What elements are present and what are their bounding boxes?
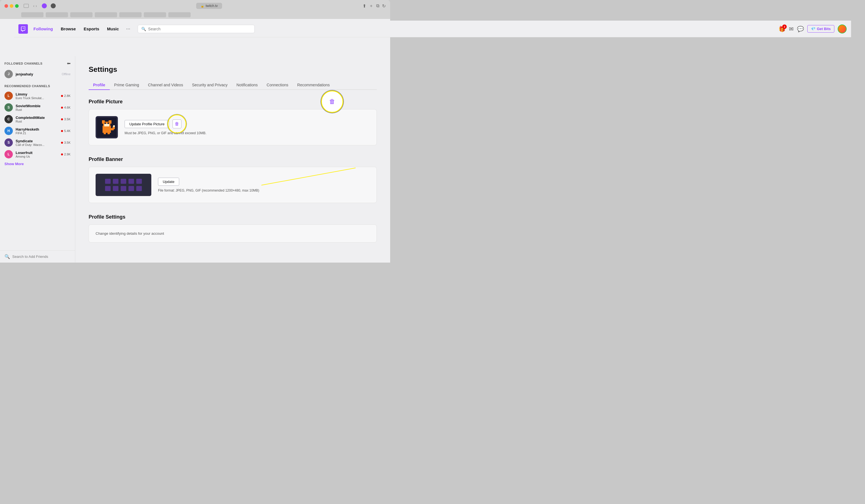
profile-picture-actions: Update Profile Picture 🗑 Must be JPEG, P… [125,119,206,135]
channel-viewers-harryhesketh: 5.4K [61,129,70,132]
channel-info-completeditmate: CompletedItMate Rust [15,116,58,123]
channel-avatar-completeditmate: C [4,115,13,124]
minimize-button[interactable] [10,4,13,8]
channel-info-syndicate: Syndicate Call of Duty: Warzo... [15,139,58,146]
profile-settings-card: Change identifying details for your acco… [89,224,377,243]
rec-channel-syndicate[interactable]: S Syndicate Call of Duty: Warzo... 3.5K [0,137,75,149]
banner-image [95,174,151,196]
tab-prime-gaming[interactable]: Prime Gaming [110,81,143,90]
channel-info-harryhesketh: HarryHesketh FIFA 21 [15,127,58,135]
tab-security-privacy[interactable]: Security and Privacy [187,81,232,90]
rec-channel-loserfruit[interactable]: L Loserfruit Among Us 2.9K [0,149,75,160]
delete-icon-wrapper: 🗑 [173,119,182,128]
new-tab-icon[interactable]: ＋ [369,3,373,9]
svg-rect-7 [107,122,109,124]
nav-search-box[interactable]: 🔍 [138,25,255,33]
annotation-trash-icon: 🗑 [329,98,335,105]
channel-info-loserfruit: Loserfruit Among Us [15,151,58,158]
annotation-large-circle: 🗑 [321,91,343,113]
twitch-logo[interactable] [19,24,28,34]
profile-settings-title: Profile Settings [89,214,377,220]
back-arrow[interactable]: ‹ [33,4,35,8]
tab-connections[interactable]: Connections [262,81,293,90]
nav-following[interactable]: Following [30,24,56,33]
nav-links: Following Browse Esports Music ··· [30,24,133,34]
sidebar-search-friends[interactable]: 🔍 [0,250,75,262]
tab-notifications[interactable]: Notifications [232,81,262,90]
close-button[interactable] [4,4,8,8]
settings-page: Settings Profile Prime Gaming Channel an… [75,56,390,262]
tab-overview-icon[interactable]: ⧉ [376,3,379,8]
banner-actions: Update File format: JPEG, PNG, GIF (reco… [158,178,259,192]
nav-browse[interactable]: Browse [57,24,79,33]
followed-channels-label: FOLLOWED CHANNELS [4,62,42,65]
channel-info-limmy: Limmy Euro Truck Simulat... [15,92,58,100]
nav-arrows: ‹ › [33,4,37,8]
followed-channels-header: FOLLOWED CHANNELS ⬅ [0,61,75,68]
svg-rect-14 [107,134,110,136]
svg-rect-10 [113,125,115,127]
tab-recommendations[interactable]: Recommendations [293,81,334,90]
delete-profile-picture-button[interactable]: 🗑 [173,119,182,128]
tab-profile[interactable]: Profile [89,81,110,90]
profile-settings-description: Change identifying details for your acco… [95,231,370,236]
address-bar: 🔒 twitch.tv [58,3,360,9]
search-friends-input[interactable] [12,255,70,259]
profile-picture-image [95,116,118,138]
channel-viewers-syndicate: 3.5K [61,141,70,144]
nav-esports[interactable]: Esports [80,24,103,33]
channel-avatar-sovietwomble: S [4,103,13,112]
show-more-button[interactable]: Show More [0,160,75,168]
reload-icon[interactable]: ↻ [382,3,386,9]
followed-channel-jenjeahaly[interactable]: J jenjeahaly Offline [0,68,75,80]
rec-channel-harryhesketh[interactable]: H HarryHesketh FIFA 21 5.4K [0,125,75,137]
collapse-sidebar-icon[interactable]: ⬅ [67,61,70,66]
update-banner-button[interactable]: Update [158,178,179,186]
share-icon[interactable]: ⬆ [362,3,366,9]
favicon [42,3,47,8]
theme-toggle[interactable] [51,3,56,8]
channel-avatar-loserfruit: L [4,150,13,159]
nav-more[interactable]: ··· [124,24,133,34]
update-profile-picture-button[interactable]: Update Profile Picture [125,120,169,128]
profile-banner-section: Profile Banner [89,156,377,203]
profile-picture-hint: Must be JPEG, PNG, or GIF and cannot exc… [125,131,206,135]
app-container: Following Browse Esports Music ··· 🔍 🎁 2… [0,19,390,262]
lock-icon: 🔒 [201,4,204,8]
top-nav: Following Browse Esports Music ··· 🔍 🎁 2… [14,21,390,37]
channel-viewers-limmy: 2.8K [61,94,70,97]
svg-rect-4 [109,120,112,124]
svg-rect-3 [102,120,105,124]
profile-picture-buttons: Update Profile Picture 🗑 [125,119,206,128]
channel-info-sovietwomble: SovietWomble Rust [15,104,58,112]
banner-hint: File format: JPEG, PNG, GIF (recommended… [158,188,259,192]
rec-channel-limmy[interactable]: L Limmy Euro Truck Simulat... 2.8K [0,90,75,102]
bookmarks-bar [4,11,386,19]
rec-channel-sovietwomble[interactable]: S SovietWomble Rust 4.6K [0,102,75,113]
channel-avatar-jenjeahaly: J [4,70,13,78]
search-input[interactable] [148,27,251,31]
forward-arrow[interactable]: › [36,4,37,8]
profile-picture-section: Profile Picture [89,99,377,145]
channel-avatar-limmy: L [4,92,13,100]
page-title: Settings [89,65,377,74]
rec-channel-completeditmate[interactable]: C CompletedItMate Rust 3.5K [0,113,75,125]
svg-rect-5 [104,124,109,126]
sidebar: FOLLOWED CHANNELS ⬅ J jenjeahaly Offline… [0,56,75,262]
maximize-button[interactable] [15,4,19,8]
tab-channel-videos[interactable]: Channel and Videos [143,81,187,90]
profile-banner-title: Profile Banner [89,156,377,162]
channel-info-jenjeahaly: jenjeahaly [15,72,59,76]
settings-tabs: Profile Prime Gaming Channel and Videos … [89,81,377,90]
avatar-image [97,117,116,137]
channel-avatar-syndicate: S [4,138,13,147]
sidebar-toggle-icon[interactable] [24,4,29,8]
channel-viewers-sovietwomble: 4.6K [61,106,70,109]
url-text: twitch.tv [206,4,218,8]
nav-music[interactable]: Music [104,24,122,33]
sidebar-inner: FOLLOWED CHANNELS ⬅ J jenjeahaly Offline… [0,56,75,250]
traffic-lights [4,4,19,8]
channel-viewers-loserfruit: 2.9K [61,153,70,156]
browser-actions: ⬆ ＋ ⧉ ↻ [362,3,386,9]
recommended-channels-label: RECOMMENDED CHANNELS [4,84,50,88]
